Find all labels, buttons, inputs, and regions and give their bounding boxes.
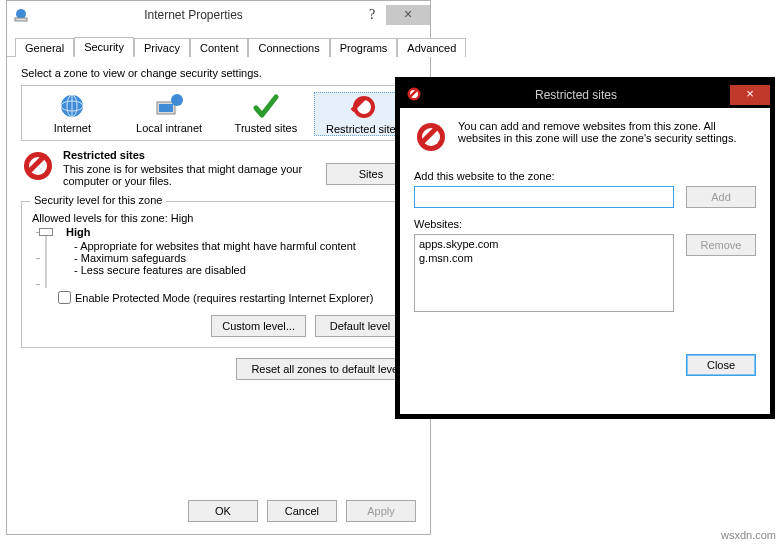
zone-list: Internet Local intranet Trusted sites Re… — [21, 85, 416, 141]
rs-close-button[interactable]: Close — [686, 354, 756, 376]
internet-options-icon — [13, 7, 29, 23]
help-button[interactable]: ? — [358, 7, 386, 23]
zone-internet[interactable]: Internet — [24, 92, 121, 136]
selected-zone-desc: This zone is for websites that might dam… — [63, 163, 316, 187]
zone-trusted-sites-label: Trusted sites — [218, 122, 315, 134]
remove-button[interactable]: Remove — [686, 234, 756, 256]
no-entry-icon — [21, 149, 55, 187]
checkmark-icon — [250, 92, 282, 120]
websites-list-item[interactable]: apps.skype.com — [419, 237, 669, 251]
rs-info-text: You can add and remove websites from thi… — [448, 120, 756, 156]
restricted-sites-dialog: Restricted sites × You can add and remov… — [396, 78, 774, 418]
websites-label: Websites: — [414, 218, 756, 230]
tab-security[interactable]: Security — [74, 37, 134, 57]
level-description: High Appropriate for websites that might… — [66, 226, 356, 276]
apply-button[interactable]: Apply — [346, 500, 416, 522]
security-level-slider[interactable] — [32, 226, 60, 276]
default-level-button[interactable]: Default level — [315, 315, 405, 337]
rs-info: You can add and remove websites from thi… — [414, 120, 756, 156]
ip-title: Internet Properties — [29, 8, 358, 22]
protected-mode-checkbox[interactable] — [58, 291, 71, 304]
watermark: wsxdn.com — [721, 529, 776, 541]
ip-footer-buttons: OK Cancel Apply — [182, 500, 416, 522]
selected-zone-block: Restricted sites This zone is for websit… — [21, 149, 416, 187]
tab-programs[interactable]: Programs — [330, 38, 398, 57]
internet-properties-window: Internet Properties ? × General Security… — [6, 0, 431, 535]
no-entry-icon — [348, 93, 380, 121]
level-bullet: Appropriate for websites that might have… — [74, 240, 356, 252]
level-bullet: Less secure features are disabled — [74, 264, 356, 276]
rs-titlebar: Restricted sites × — [400, 82, 770, 108]
reset-all-zones-button[interactable]: Reset all zones to default level — [236, 358, 416, 380]
svg-rect-6 — [159, 104, 173, 112]
ip-body: Select a zone to view or change security… — [7, 57, 430, 390]
protected-mode-label: Enable Protected Mode (requires restarti… — [75, 292, 373, 304]
no-entry-icon — [414, 120, 448, 156]
svg-rect-1 — [15, 18, 27, 21]
globe-icon — [56, 92, 88, 120]
rs-body: You can add and remove websites from thi… — [400, 108, 770, 386]
zone-internet-label: Internet — [24, 122, 121, 134]
no-entry-icon — [406, 86, 422, 104]
zone-local-intranet-label: Local intranet — [121, 122, 218, 134]
svg-point-7 — [171, 94, 183, 106]
tab-general[interactable]: General — [15, 38, 74, 57]
add-website-input[interactable] — [414, 186, 674, 208]
level-bullet: Maximum safeguards — [74, 252, 356, 264]
add-website-label: Add this website to the zone: — [414, 170, 756, 182]
ok-button[interactable]: OK — [188, 500, 258, 522]
ip-close-button[interactable]: × — [386, 5, 430, 25]
custom-level-button[interactable]: Custom level... — [211, 315, 306, 337]
security-level-legend: Security level for this zone — [30, 194, 166, 206]
tab-connections[interactable]: Connections — [248, 38, 329, 57]
websites-list-item[interactable]: g.msn.com — [419, 251, 669, 265]
tab-advanced[interactable]: Advanced — [397, 38, 466, 57]
rs-title: Restricted sites — [422, 88, 730, 102]
websites-listbox[interactable]: apps.skype.com g.msn.com — [414, 234, 674, 312]
tab-privacy[interactable]: Privacy — [134, 38, 190, 57]
level-name: High — [66, 226, 90, 238]
security-level-group: Security level for this zone Allowed lev… — [21, 201, 416, 348]
zone-local-intranet[interactable]: Local intranet — [121, 92, 218, 136]
add-button[interactable]: Add — [686, 186, 756, 208]
ip-titlebar: Internet Properties ? × — [7, 1, 430, 29]
rs-close-x-button[interactable]: × — [730, 85, 770, 105]
allowed-levels-text: Allowed levels for this zone: High — [32, 212, 405, 224]
selected-zone-heading: Restricted sites — [63, 149, 316, 161]
cancel-button[interactable]: Cancel — [267, 500, 337, 522]
computer-globe-icon — [153, 92, 185, 120]
tab-content[interactable]: Content — [190, 38, 249, 57]
ip-tabstrip: General Security Privacy Content Connect… — [7, 29, 430, 57]
zone-prompt: Select a zone to view or change security… — [21, 67, 416, 79]
zone-trusted-sites[interactable]: Trusted sites — [218, 92, 315, 136]
